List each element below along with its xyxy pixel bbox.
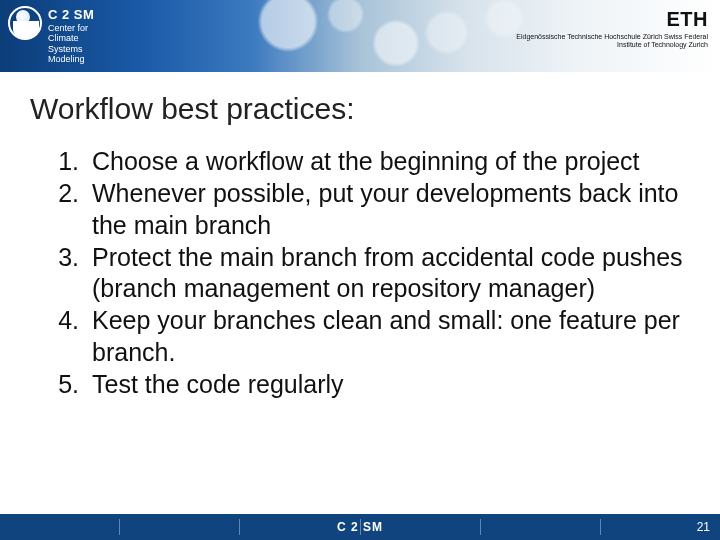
header-banner: C 2 SM Center for Climate Systems Modeli… [0,0,720,72]
c2sm-logo: C 2 SM Center for Climate Systems Modeli… [8,6,108,66]
list-item: Choose a workflow at the beginning of th… [86,146,690,177]
c2sm-logo-text: C 2 SM Center for Climate Systems Modeli… [48,6,108,64]
content-area: Workflow best practices: Choose a workfl… [0,72,720,540]
c2sm-subline1: Center for Climate [48,23,108,44]
slide: C 2 SM Center for Climate Systems Modeli… [0,0,720,540]
list-item: Keep your branches clean and small: one … [86,305,690,368]
c2sm-logo-mark [8,6,42,40]
c2sm-acronym: C 2 SM [48,8,108,23]
eth-subline: Eidgenössische Technische Hochschule Zür… [498,33,708,48]
footer-center-label: C 2 SM [337,520,383,534]
footer-segment [120,519,240,535]
c2sm-subline2: Systems Modeling [48,44,108,65]
list-item: Whenever possible, put your developments… [86,178,690,241]
slide-title: Workflow best practices: [30,92,690,126]
best-practices-list: Choose a workflow at the beginning of th… [30,146,690,400]
page-number: 21 [697,520,710,534]
list-item: Test the code regularly [86,369,690,400]
list-item: Protect the main branch from accidental … [86,242,690,305]
footer-segment [0,519,120,535]
eth-wordmark: ETH [498,8,708,31]
footer-bar: C 2 SM 21 [0,514,720,540]
footer-segment [481,519,601,535]
eth-logo: ETH Eidgenössische Technische Hochschule… [498,8,708,48]
